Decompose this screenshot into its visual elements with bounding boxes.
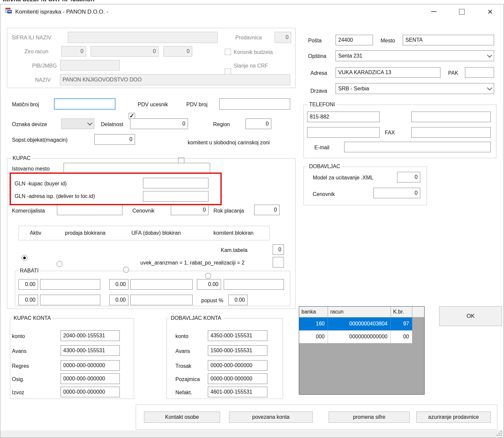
radio-ufa-blokiran-label: UFA (dobav) blokiran xyxy=(131,230,181,236)
region-input[interactable]: 0 xyxy=(246,119,271,129)
fax-input[interactable] xyxy=(411,127,491,138)
minimize-button[interactable] xyxy=(426,5,441,18)
column-header-kbr[interactable]: K.br. xyxy=(391,307,412,317)
radio-aktiv[interactable] xyxy=(22,255,27,261)
table-row[interactable]: 000 0000000000000 00 xyxy=(299,330,412,343)
kam-tabela-label: Kam.tabela xyxy=(221,247,248,253)
oznaka-devize-select[interactable] xyxy=(61,119,94,129)
phone2-input[interactable] xyxy=(411,112,491,122)
rok-placanja-input[interactable]: 0 xyxy=(254,205,280,215)
dobavljac-cenovnik-input[interactable]: 0 xyxy=(373,188,420,198)
adresa-input[interactable]: VUKA KARADZICA 13 xyxy=(336,67,440,78)
dob-konto-label: konto xyxy=(175,333,188,339)
delatnost-input[interactable]: 0 xyxy=(130,119,188,129)
rabat-3-name-input[interactable] xyxy=(224,279,284,290)
dob-avans-input[interactable]: 1500-000-155531 xyxy=(208,345,267,356)
rabat-2-name-input[interactable] xyxy=(130,279,193,290)
cell-banka[interactable]: 000 xyxy=(299,330,328,343)
opstina-select[interactable]: Senta 231 xyxy=(336,50,494,61)
promena-sifre-button[interactable]: promena sifre xyxy=(329,412,410,423)
dob-konto-input[interactable]: 4350-000-155531 xyxy=(208,330,267,341)
cell-kbr[interactable]: 97 xyxy=(391,317,412,330)
minimize-icon xyxy=(431,11,436,12)
pib-input[interactable] xyxy=(60,60,120,71)
ziro-racun-input-3[interactable]: 0 xyxy=(163,46,192,57)
komitenti-window: ktivna bezbr /II CAY'/II' /Jacnon Komite… xyxy=(0,0,504,438)
slanje-crf-label: Slanje na CRF xyxy=(234,63,268,69)
maticni-broj-input[interactable] xyxy=(54,98,115,110)
dob-pozajmica-input[interactable]: 0000-000-000000 xyxy=(208,373,267,384)
rabat-3-input[interactable]: 0.00 xyxy=(197,279,221,290)
maticni-broj-label: Matični broj xyxy=(12,101,39,108)
dob-nefakt-label: Nefakt. xyxy=(175,389,192,396)
posta-input[interactable]: 24400 xyxy=(336,35,373,45)
cell-racun[interactable]: 0000000000000 xyxy=(328,330,391,343)
azuriranje-prodavnice-button[interactable]: azuriranje prodavnice xyxy=(416,412,491,423)
pak-input[interactable] xyxy=(465,67,494,78)
model-xml-input[interactable]: 0 xyxy=(397,172,420,182)
aranzman-input[interactable] xyxy=(273,257,284,268)
kupac-izvoz-input[interactable]: 0000-000-000000 xyxy=(61,387,120,397)
rabat-4-input[interactable]: 0.00 xyxy=(19,295,38,305)
prodavnica-label: Prodavnica xyxy=(235,34,262,41)
email-input[interactable] xyxy=(344,142,491,152)
istovarno-mesto-input[interactable] xyxy=(64,163,210,173)
popust-input[interactable]: 0.00 xyxy=(228,295,248,305)
pdv-broj-input[interactable] xyxy=(219,98,290,110)
close-button[interactable]: ✕ xyxy=(482,5,498,18)
dobavljac-konta-title: DOBAVLJAC KONTA xyxy=(169,315,223,321)
phone1-input[interactable]: 815-882 xyxy=(307,112,380,122)
dobavljac-cenovnik-label: Cenovnik xyxy=(313,191,335,197)
sifra-input[interactable] xyxy=(68,32,218,43)
rabat-5-input[interactable]: 0.00 xyxy=(109,295,128,305)
sopst-objekat-input[interactable]: 0 xyxy=(94,134,135,145)
resize-grip[interactable] xyxy=(496,430,502,436)
maximize-icon xyxy=(459,9,465,15)
radio-prodaja-blokirana[interactable] xyxy=(57,261,63,267)
opstina-label: Opština xyxy=(308,53,326,59)
rabat-1-input[interactable]: 0.00 xyxy=(19,279,38,290)
phone3-input[interactable] xyxy=(307,127,380,138)
cenovnik-input[interactable]: 0 xyxy=(171,205,208,215)
prodavnica-input[interactable]: 0 xyxy=(275,32,291,43)
cenovnik-label: Cenovnik xyxy=(132,208,155,214)
ziro-racun-input-1[interactable]: 0 xyxy=(61,46,86,57)
cell-kbr[interactable]: 00 xyxy=(391,330,412,343)
kam-tabela-input[interactable]: 0 xyxy=(273,244,284,255)
table-row-selected[interactable]: 160 0000000403804 97 xyxy=(299,317,412,330)
kupac-avans-input[interactable]: 4300-000-155531 xyxy=(61,345,120,356)
gln-kupac-input[interactable] xyxy=(143,178,208,188)
ziro-racun-input-2[interactable]: 0 xyxy=(91,46,159,57)
povezana-konta-button[interactable]: povezana konta xyxy=(229,412,313,423)
ok-button[interactable]: OK xyxy=(439,306,502,326)
drzava-select[interactable]: SRB - Serbia xyxy=(336,83,494,94)
naziv-input[interactable]: PANON KNJIGOVODSTVO DOO xyxy=(60,74,290,85)
maximize-button[interactable] xyxy=(454,5,469,18)
mesto-input[interactable]: SENTA xyxy=(403,35,494,45)
rabat-5-name-input[interactable] xyxy=(130,295,193,305)
cell-banka[interactable]: 160 xyxy=(299,317,328,330)
window-title: Komitenti ispravka - PANON D.O.O. - xyxy=(15,9,108,15)
aranzman-label: uvek_aranzman = 1, rabat_po_realizaciji … xyxy=(140,260,245,266)
dob-trosak-input[interactable]: 0000-000-000000 xyxy=(208,360,267,371)
posta-label: Pošta xyxy=(308,37,322,44)
column-header-racun[interactable]: racun xyxy=(328,307,391,317)
korisnik-budzeta-checkbox[interactable] xyxy=(225,49,231,55)
column-header-banka[interactable]: banka xyxy=(299,307,328,317)
cell-racun[interactable]: 0000000403804 xyxy=(328,317,391,330)
sifra-label: SIFRA ILI NAZIV xyxy=(12,34,51,41)
rabat-4-name-input[interactable] xyxy=(40,295,100,305)
dob-nefakt-input[interactable]: 4601-000-155531 xyxy=(208,387,267,397)
rok-placanja-label: Rok placanja xyxy=(213,208,244,214)
gln-adresa-input[interactable] xyxy=(143,191,208,202)
komercijalista-input[interactable] xyxy=(57,205,122,215)
rabat-1-name-input[interactable] xyxy=(40,279,100,290)
pdv-ucesnik-label: PDV ucesnik xyxy=(138,101,168,108)
kupac-regres-input[interactable]: 0000-000-000000 xyxy=(61,360,120,371)
kupac-regres-label: Regres xyxy=(12,363,29,369)
dob-avans-label: Avans xyxy=(175,348,190,354)
rabat-2-input[interactable]: 0.00 xyxy=(109,279,128,290)
kupac-konto-input[interactable]: 2040-000-155531 xyxy=(61,330,120,341)
kontakt-osobe-button[interactable]: Kontakt osobe xyxy=(144,412,220,423)
kupac-osig-input[interactable]: 0000-000-000000 xyxy=(61,373,120,384)
